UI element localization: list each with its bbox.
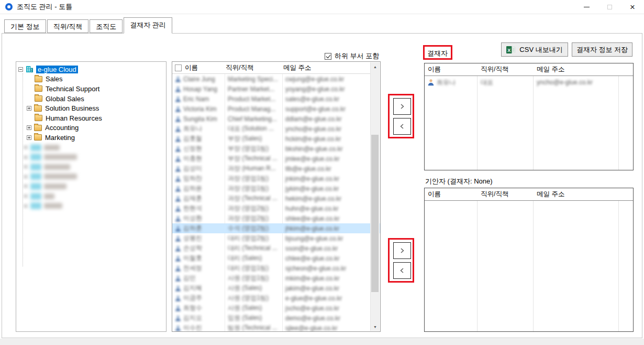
tree-item[interactable]: Marketing bbox=[16, 133, 166, 143]
member-row[interactable]: 최유나대표 (Solution ...yncho@e-glue.co.kr bbox=[172, 124, 380, 134]
member-row[interactable]: Sungita KimChief Marketing...ddlam@e-glu… bbox=[172, 114, 380, 124]
csv-export-button[interactable]: X CSV 내보내기 bbox=[501, 42, 568, 57]
header-position[interactable]: 직위/직책 bbox=[477, 190, 533, 199]
header-email[interactable]: 메일 주소 bbox=[533, 65, 564, 74]
tree-item-redacted[interactable] bbox=[16, 172, 166, 182]
member-email: cwjung@e-glue.co.kr bbox=[282, 76, 369, 83]
select-all-checkbox[interactable] bbox=[175, 64, 182, 71]
member-row[interactable]: 천세정대리 (영업1팀)sjcheon@e-glue.co.kr bbox=[172, 263, 380, 273]
member-row[interactable]: 임하찬과장 (영업1팀)jnkim@e-glue.co.kr bbox=[172, 174, 380, 184]
header-email[interactable]: 메일 주소 bbox=[280, 63, 311, 72]
tree-item-redacted[interactable] bbox=[16, 181, 166, 191]
member-position: Marketing Speci... bbox=[225, 76, 282, 83]
member-row[interactable]: 이충현부장 (Technical ...jmlee@e-glue.co.kr bbox=[172, 154, 380, 164]
approver-row[interactable]: 최유나대표yncho@e-glue.co.kr bbox=[425, 76, 633, 89]
tab-position[interactable]: 직위/직책 bbox=[47, 19, 89, 33]
tab-strip: 기본 정보 직위/직책 조직도 결재자 관리 bbox=[4, 19, 173, 34]
member-row[interactable]: Claire JungMarketing Speci...cwjung@e-gl… bbox=[172, 74, 380, 84]
member-email: sales@e-glue.co.kr bbox=[282, 95, 369, 103]
member-row[interactable]: 손성학대리 (Technical ...sson@e-glue.co.kr bbox=[172, 243, 380, 253]
approver-email: yncho@e-glue.co.kr bbox=[533, 79, 593, 86]
member-row[interactable]: 성봉진대리 (영업2팀)bjsung@e-glue.co.kr bbox=[172, 233, 380, 243]
add-approver-button[interactable] bbox=[393, 98, 411, 115]
member-position: 부장 (Sales) bbox=[225, 134, 282, 143]
member-row[interactable]: 김하훈수석 (영업2팀)jhkim@e-glue.co.kr bbox=[172, 223, 380, 233]
member-name: 성봉진 bbox=[172, 234, 225, 243]
member-position: 과장 (Human R... bbox=[225, 164, 282, 173]
tree-item[interactable]: Global Sales bbox=[16, 94, 166, 104]
member-email: jykim@e-glue.co.kr bbox=[282, 185, 369, 192]
member-row[interactable]: 김민사원 (영업1팀)mkim@e-glue.co.kr bbox=[172, 273, 380, 283]
tree-item[interactable]: Accounting bbox=[16, 123, 166, 133]
member-rows: Claire JungMarketing Speci...cwjung@e-gl… bbox=[172, 74, 380, 332]
expand-icon[interactable] bbox=[27, 135, 31, 140]
expand-icon[interactable] bbox=[27, 125, 31, 130]
tab-approver-management[interactable]: 결재자 관리 bbox=[124, 17, 172, 34]
expand-icon[interactable] bbox=[27, 106, 31, 111]
approver-table-header: 이름 직위/직책 메일 주소 bbox=[425, 63, 633, 76]
member-email: hekim@e-glue.co.kr bbox=[282, 195, 369, 202]
tree-item-redacted[interactable] bbox=[16, 191, 166, 201]
redacted-icon bbox=[30, 173, 41, 180]
remove-drafter-button[interactable] bbox=[393, 262, 411, 279]
member-row[interactable]: 이수진팀원 (Technical ...sjlee@e-glue.co.kr bbox=[172, 323, 380, 332]
member-name: 김하훈 bbox=[172, 224, 225, 233]
person-icon bbox=[175, 126, 181, 132]
member-row[interactable]: 김지혜사원 (Sales)jakim@e-glue.co.kr bbox=[172, 283, 380, 293]
member-row[interactable]: 이성환과장 (영업2팀)shlee@e-glue.co.kr bbox=[172, 213, 380, 223]
member-row[interactable]: 김재훈과장 (Technical ...hekim@e-glue.co.kr bbox=[172, 193, 380, 203]
close-button[interactable]: × bbox=[621, 0, 644, 14]
member-row[interactable]: 김호철부장 (Sales)hckim@e-glue.co.kr bbox=[172, 134, 380, 144]
person-icon bbox=[175, 176, 181, 182]
member-position: Partner Market... bbox=[225, 85, 282, 93]
member-row[interactable]: 김하윤과장 (영업1팀)jykim@e-glue.co.kr bbox=[172, 184, 380, 193]
include-sub-dept-checkbox[interactable] bbox=[325, 53, 331, 60]
header-position[interactable]: 직위/직책 bbox=[477, 65, 533, 74]
scrollbar-thumb[interactable] bbox=[371, 135, 379, 292]
member-name: 김지혜 bbox=[172, 284, 225, 293]
header-name[interactable]: 이름 bbox=[425, 65, 477, 74]
tree-item-label: Global Sales bbox=[46, 95, 84, 103]
add-drafter-button[interactable] bbox=[393, 242, 411, 259]
tree-item[interactable]: Solution Business bbox=[16, 103, 166, 113]
tree-item[interactable]: Human Resources bbox=[16, 113, 166, 123]
member-row[interactable]: 한현석과장 (영업2팀)huhn@e-glue.co.kr bbox=[172, 203, 380, 213]
member-row[interactable]: 김지요임원 (Sales)demo@e-glue.co.kr bbox=[172, 313, 380, 323]
member-row[interactable]: Hosap YangPartner Market...yoyang@e-glue… bbox=[172, 84, 380, 94]
member-row[interactable]: 이금주사원 (영업1팀)e-glue@e-glue.co.kr bbox=[172, 293, 380, 303]
header-email[interactable]: 메일 주소 bbox=[533, 190, 564, 199]
tree-item-redacted[interactable] bbox=[16, 201, 166, 211]
tree-item[interactable]: Sales bbox=[16, 74, 166, 84]
tree-item[interactable]: Technical Support bbox=[16, 84, 166, 94]
header-name[interactable]: 이름 bbox=[425, 190, 477, 199]
header-name[interactable]: 이름 bbox=[185, 63, 223, 72]
minimize-button[interactable] bbox=[575, 0, 598, 14]
approver-name: 최유나 bbox=[425, 78, 477, 87]
member-row[interactable]: 최형수사원 (Sales)jscho@e-glue.co.kr bbox=[172, 303, 380, 313]
remove-approver-button[interactable] bbox=[393, 118, 411, 135]
save-approver-info-button[interactable]: 결재자 정보 저장 bbox=[572, 42, 632, 57]
member-name: 이성환 bbox=[172, 214, 225, 223]
scroll-down-icon[interactable]: ▼ bbox=[371, 322, 380, 331]
tree-item-redacted[interactable] bbox=[16, 143, 166, 153]
person-icon bbox=[175, 96, 181, 102]
member-row[interactable]: Eric NamProduct Market...sales@e-glue.co… bbox=[172, 94, 380, 104]
member-row[interactable]: Victoria KimProduct Manag...support@e-gl… bbox=[172, 104, 380, 114]
tab-org-chart[interactable]: 조직도 bbox=[90, 19, 123, 33]
person-icon bbox=[175, 76, 181, 82]
header-position[interactable]: 직위/직책 bbox=[223, 63, 280, 72]
scroll-up-icon[interactable]: ▲ bbox=[371, 62, 380, 71]
member-name: Claire Jung bbox=[172, 76, 225, 83]
tab-basic-info[interactable]: 기본 정보 bbox=[4, 19, 46, 33]
tree-item-redacted[interactable] bbox=[16, 152, 166, 162]
member-row[interactable]: 김성미과장 (Human R...tlb@e-glue.co.kr bbox=[172, 164, 380, 174]
member-name: 최유나 bbox=[172, 124, 225, 133]
member-list-scrollbar[interactable]: ▲ ▼ bbox=[370, 62, 380, 331]
approver-rows: 최유나대표yncho@e-glue.co.kr bbox=[425, 76, 633, 89]
collapse-icon[interactable] bbox=[18, 67, 23, 72]
member-row[interactable]: 신정현부장 (영업1팀)bkshin@e-glue.co.kr bbox=[172, 144, 380, 154]
tree-root-item[interactable]: e-glue Cloud bbox=[16, 64, 166, 74]
tree-root-label: e-glue Cloud bbox=[36, 66, 78, 73]
member-row[interactable]: 이철호대리 (Sales)chlee@e-glue.co.kr bbox=[172, 253, 380, 263]
tree-item-redacted[interactable] bbox=[16, 162, 166, 172]
